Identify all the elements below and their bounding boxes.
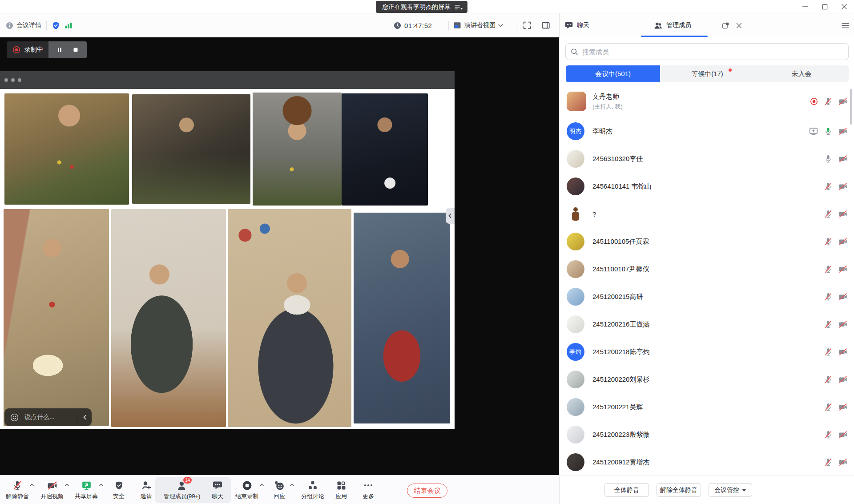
member-row[interactable]: 明杰 李明杰: [560, 117, 854, 145]
toolbar-item[interactable]: 14管理成员(99+): [155, 477, 209, 503]
member-row[interactable]: 亭灼 2451200218陈亭灼: [560, 338, 854, 366]
watching-screen-banner[interactable]: 您正在观看李明杰的屏幕: [376, 1, 467, 13]
camera-status-icon[interactable]: [838, 181, 848, 191]
camera-status-icon[interactable]: [838, 209, 848, 219]
camera-status-icon[interactable]: [838, 97, 848, 106]
close-panel-icon[interactable]: [734, 21, 743, 30]
chat-icon: [564, 21, 573, 30]
chevron-up-icon[interactable]: [98, 483, 104, 487]
view-mode-dropdown[interactable]: 演讲者视图: [453, 13, 503, 37]
member-row[interactable]: 2451100105任页霖: [560, 228, 854, 255]
member-row[interactable]: 2451200215高研: [560, 283, 854, 310]
mic-status-icon[interactable]: [824, 127, 833, 136]
member-list: 文丹老师 (主持人, 我) 明杰 李明杰: [560, 85, 854, 475]
member-row[interactable]: 2451200912黄增杰: [560, 448, 854, 476]
member-filter-tab[interactable]: 等候中(17): [660, 65, 754, 82]
member-search[interactable]: [565, 43, 849, 60]
mic-status-icon[interactable]: [824, 154, 833, 163]
camera-status-icon[interactable]: [838, 264, 848, 274]
quick-message-bar[interactable]: 说点什么...: [4, 408, 92, 426]
mic-status-icon[interactable]: [824, 97, 833, 106]
mic-status-icon[interactable]: [824, 292, 833, 301]
chevron-up-icon[interactable]: [289, 483, 295, 487]
camera-status-icon[interactable]: [838, 402, 848, 412]
popout-panel-icon[interactable]: [721, 21, 730, 30]
shared-window-titlebar: [0, 71, 455, 89]
tab-chat[interactable]: 聊天: [564, 13, 589, 37]
member-filter-tab[interactable]: 未入会: [754, 65, 849, 82]
member-row[interactable]: 2451200221吴辉: [560, 393, 854, 421]
side-panel-toggle-icon[interactable]: [541, 13, 551, 37]
scrollbar-thumb[interactable]: [850, 89, 852, 125]
mute-all-button[interactable]: 全体静音: [604, 483, 649, 497]
security-shield-icon[interactable]: [51, 13, 60, 37]
member-row[interactable]: 2451200220刘景杉: [560, 366, 854, 393]
camera-status-icon[interactable]: [838, 154, 848, 164]
toolbar-item[interactable]: 共享屏幕: [68, 477, 104, 503]
network-signal-icon[interactable]: [64, 13, 73, 37]
camera-status-icon[interactable]: [838, 319, 848, 329]
view-mode-label: 演讲者视图: [464, 21, 495, 29]
member-row[interactable]: ?: [560, 200, 854, 228]
minimize-icon[interactable]: [795, 0, 815, 13]
window-dot: [4, 78, 8, 82]
mic-status-icon[interactable]: [824, 430, 833, 439]
message-placeholder[interactable]: 说点什么...: [24, 413, 78, 421]
mic-status-icon[interactable]: [824, 403, 833, 411]
member-avatar: [567, 150, 584, 168]
mic-status-icon[interactable]: [824, 375, 833, 384]
toolbar-item[interactable]: 开启视频: [34, 477, 70, 503]
mic-status-icon[interactable]: [824, 347, 833, 356]
member-row[interactable]: 文丹老师 (主持人, 我): [560, 85, 854, 117]
collapse-message-bar-icon[interactable]: [83, 415, 87, 420]
camera-status-icon[interactable]: [838, 237, 848, 246]
camera-status-icon[interactable]: [838, 375, 848, 384]
pause-recording-icon[interactable]: [55, 45, 64, 55]
watching-screen-label: 您正在观看李明杰的屏幕: [382, 3, 451, 11]
close-window-icon[interactable]: [834, 0, 854, 13]
member-row[interactable]: 2456310320李佳: [560, 145, 854, 173]
camera-status-icon[interactable]: [838, 292, 848, 302]
video-strip-collapse-handle[interactable]: [446, 208, 455, 224]
member-filter-tab[interactable]: 会议中(501): [566, 65, 660, 82]
unmute-all-button[interactable]: 解除全体静音: [657, 483, 701, 497]
panel-menu-icon[interactable]: [841, 21, 850, 30]
search-input[interactable]: [582, 48, 844, 56]
mic-status-icon[interactable]: [824, 458, 833, 467]
camera-status-icon[interactable]: [838, 347, 848, 357]
toolbar-item[interactable]: 更多: [355, 477, 382, 503]
mic-status-icon[interactable]: [824, 320, 833, 329]
camera-status-icon[interactable]: [838, 430, 848, 439]
mic-status-icon[interactable]: [824, 265, 833, 274]
camera-status-icon[interactable]: [838, 457, 848, 467]
screen-share-icon: [81, 480, 92, 491]
member-name: ?: [592, 210, 596, 218]
member-row[interactable]: 2451200223殷紫微: [560, 421, 854, 448]
toolbar-item[interactable]: 解除静音: [0, 477, 35, 503]
toolbar-item-label: 更多: [363, 492, 374, 500]
toolbar-item[interactable]: 分组讨论: [297, 477, 328, 503]
member-name: 2451100105任页霖: [592, 238, 649, 246]
mic-status-icon[interactable]: [824, 237, 833, 246]
banner-menu-icon[interactable]: [454, 4, 463, 10]
meeting-details-button[interactable]: 会议详情: [5, 13, 41, 37]
toolbar-item[interactable]: 回应: [264, 477, 295, 503]
tab-manage-members[interactable]: 管理成员: [653, 13, 691, 37]
camera-status-icon[interactable]: [838, 126, 848, 136]
maximize-icon[interactable]: [815, 0, 834, 13]
mic-status-icon[interactable]: [824, 210, 833, 218]
fullscreen-icon[interactable]: [522, 13, 532, 37]
end-meeting-button[interactable]: 结束会议: [407, 484, 447, 498]
toolbar-item[interactable]: 应用: [328, 477, 354, 503]
mic-status-icon[interactable]: [824, 182, 833, 191]
member-row[interactable]: 2451100107尹馨仪: [560, 255, 854, 283]
toolbar-item[interactable]: 安全: [105, 477, 132, 503]
toolbar-item[interactable]: 结束录制: [229, 477, 265, 503]
member-row[interactable]: 2456410141 韦锦山: [560, 173, 854, 200]
toolbar-item[interactable]: 聊天: [204, 477, 231, 503]
meeting-controls-button[interactable]: 会议管控: [709, 483, 752, 497]
stop-recording-icon[interactable]: [71, 45, 81, 55]
unread-dot: [729, 69, 732, 72]
emoji-icon[interactable]: [10, 413, 19, 422]
member-row[interactable]: 2451200216王傲涵: [560, 310, 854, 338]
